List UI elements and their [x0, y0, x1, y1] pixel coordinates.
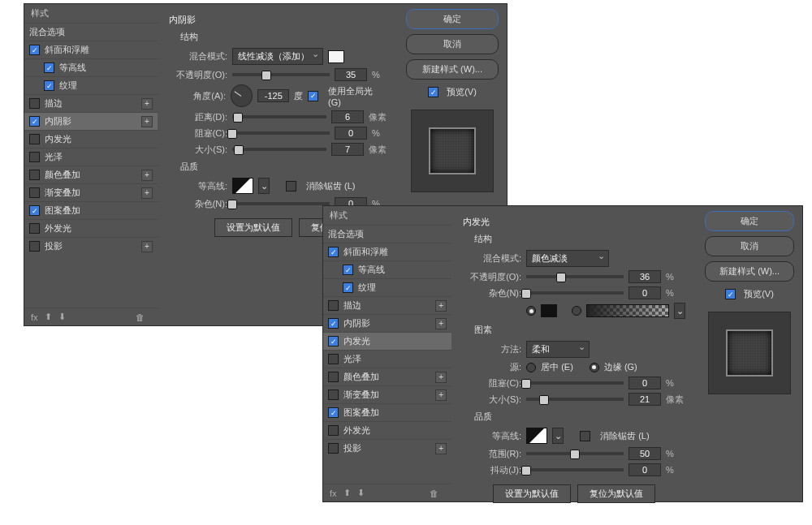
- ok-button[interactable]: 确定: [705, 211, 794, 231]
- gradient-picker[interactable]: [586, 304, 669, 317]
- plus-icon[interactable]: +: [141, 241, 153, 252]
- trash-icon[interactable]: 🗑: [430, 488, 438, 498]
- sidebar-item-innershadow[interactable]: ✓内阴影+: [24, 112, 158, 130]
- checkbox-icon[interactable]: [328, 389, 339, 400]
- noise-slider[interactable]: [232, 202, 330, 205]
- blend-mode-select[interactable]: 颜色减淡: [526, 250, 609, 267]
- checkbox-icon[interactable]: [328, 372, 339, 382]
- reset-default-button[interactable]: 复位为默认值: [577, 484, 655, 503]
- sidebar-item-coloroverlay[interactable]: 颜色叠加+: [323, 368, 451, 385]
- checkbox-icon[interactable]: ✓: [29, 45, 40, 55]
- distance-input[interactable]: 6: [331, 110, 364, 123]
- checkbox-icon[interactable]: ✓: [328, 247, 339, 257]
- global-light-checkbox[interactable]: ✓: [308, 91, 318, 101]
- sidebar-item-innerglow[interactable]: ✓内发光: [323, 332, 451, 350]
- arrow-down-icon[interactable]: ⬇: [58, 312, 66, 322]
- angle-dial[interactable]: [231, 84, 253, 107]
- sidebar-item-blend[interactable]: 混合选项: [323, 225, 451, 243]
- opacity-input[interactable]: 35: [335, 68, 367, 81]
- sidebar-item-contour[interactable]: ✓等高线: [323, 260, 451, 278]
- sidebar-item-texture[interactable]: ✓纹理: [24, 76, 158, 94]
- sidebar-item-innershadow[interactable]: ✓内阴影+: [323, 314, 451, 332]
- choke-slider[interactable]: [526, 381, 624, 385]
- cancel-button[interactable]: 取消: [406, 34, 499, 54]
- set-default-button[interactable]: 设置为默认值: [214, 218, 292, 237]
- checkbox-icon[interactable]: ✓: [44, 80, 54, 91]
- range-slider[interactable]: [526, 452, 624, 455]
- plus-icon[interactable]: +: [141, 98, 153, 110]
- trash-icon[interactable]: 🗑: [136, 312, 145, 322]
- checkbox-icon[interactable]: ✓: [29, 205, 40, 216]
- color-radio[interactable]: [526, 306, 536, 316]
- sidebar-item-dropshadow[interactable]: 投影+: [323, 439, 451, 457]
- size-input[interactable]: 7: [331, 143, 364, 156]
- preview-checkbox[interactable]: ✓: [725, 289, 736, 299]
- sidebar-item-stroke[interactable]: 描边+: [323, 296, 451, 314]
- sidebar-item-blend[interactable]: 混合选项: [24, 23, 158, 41]
- noise-slider[interactable]: [526, 291, 624, 295]
- plus-icon[interactable]: +: [435, 389, 447, 401]
- opacity-slider[interactable]: [232, 73, 330, 76]
- gradient-radio[interactable]: [572, 306, 581, 316]
- opacity-input[interactable]: 36: [628, 270, 661, 283]
- contour-picker[interactable]: [232, 178, 253, 194]
- new-style-button[interactable]: 新建样式 (W)...: [705, 261, 794, 282]
- plus-icon[interactable]: +: [141, 116, 153, 127]
- contour-picker[interactable]: [526, 428, 547, 444]
- checkbox-icon[interactable]: ✓: [328, 407, 339, 418]
- sidebar-item-bevel[interactable]: ✓斜面和浮雕: [24, 41, 158, 58]
- plus-icon[interactable]: +: [435, 300, 447, 312]
- opacity-slider[interactable]: [526, 275, 624, 278]
- fx-icon[interactable]: fx: [330, 488, 337, 498]
- sidebar-item-innerglow[interactable]: 内发光: [24, 130, 158, 148]
- sidebar-item-coloroverlay[interactable]: 颜色叠加+: [24, 166, 158, 183]
- sidebar-item-gradientoverlay[interactable]: 渐变叠加+: [24, 183, 158, 201]
- checkbox-icon[interactable]: [29, 134, 40, 144]
- jitter-input[interactable]: 0: [628, 463, 661, 476]
- sidebar-item-gradientoverlay[interactable]: 渐变叠加+: [323, 385, 451, 403]
- plus-icon[interactable]: +: [141, 170, 153, 181]
- checkbox-icon[interactable]: ✓: [328, 336, 339, 346]
- method-select[interactable]: 柔和: [526, 341, 590, 358]
- cancel-button[interactable]: 取消: [705, 236, 794, 256]
- checkbox-icon[interactable]: [328, 354, 339, 364]
- checkbox-icon[interactable]: [29, 241, 40, 252]
- noise-input[interactable]: 0: [628, 286, 661, 299]
- checkbox-icon[interactable]: [328, 443, 339, 454]
- checkbox-icon[interactable]: ✓: [343, 265, 353, 275]
- size-slider[interactable]: [526, 398, 624, 401]
- sidebar-item-stroke[interactable]: 描边+: [24, 94, 158, 112]
- checkbox-icon[interactable]: [328, 425, 339, 436]
- checkbox-icon[interactable]: [29, 223, 40, 234]
- color-swatch[interactable]: [328, 50, 344, 63]
- fx-icon[interactable]: fx: [31, 312, 38, 322]
- sidebar-item-outerglow[interactable]: 外发光: [323, 421, 451, 439]
- checkbox-icon[interactable]: [29, 98, 40, 109]
- new-style-button[interactable]: 新建样式 (W)...: [406, 59, 499, 80]
- checkbox-icon[interactable]: ✓: [44, 62, 54, 73]
- checkbox-icon[interactable]: ✓: [328, 318, 339, 329]
- sidebar-item-satin[interactable]: 光泽: [323, 350, 451, 368]
- sidebar-item-dropshadow[interactable]: 投影+: [24, 237, 158, 255]
- chevron-down-icon[interactable]: ⌄: [552, 428, 564, 444]
- angle-input[interactable]: -125: [257, 89, 289, 102]
- sidebar-item-texture[interactable]: ✓纹理: [323, 278, 451, 296]
- checkbox-icon[interactable]: [328, 300, 339, 311]
- range-input[interactable]: 50: [628, 447, 661, 460]
- arrow-up-icon[interactable]: ⬆: [343, 488, 351, 498]
- jitter-slider[interactable]: [526, 468, 624, 471]
- size-input[interactable]: 21: [628, 393, 661, 406]
- size-slider[interactable]: [232, 148, 326, 151]
- choke-input[interactable]: 0: [335, 127, 367, 140]
- antialias-checkbox[interactable]: [286, 181, 296, 191]
- plus-icon[interactable]: +: [435, 372, 447, 383]
- checkbox-icon[interactable]: [29, 187, 40, 198]
- checkbox-icon[interactable]: [29, 170, 40, 180]
- choke-slider[interactable]: [232, 131, 330, 135]
- arrow-up-icon[interactable]: ⬆: [45, 312, 52, 322]
- sidebar-item-patternoverlay[interactable]: ✓图案叠加: [323, 403, 451, 421]
- chevron-down-icon[interactable]: ⌄: [674, 303, 685, 319]
- plus-icon[interactable]: +: [435, 443, 447, 454]
- ok-button[interactable]: 确定: [406, 9, 499, 29]
- edge-radio[interactable]: [590, 363, 599, 372]
